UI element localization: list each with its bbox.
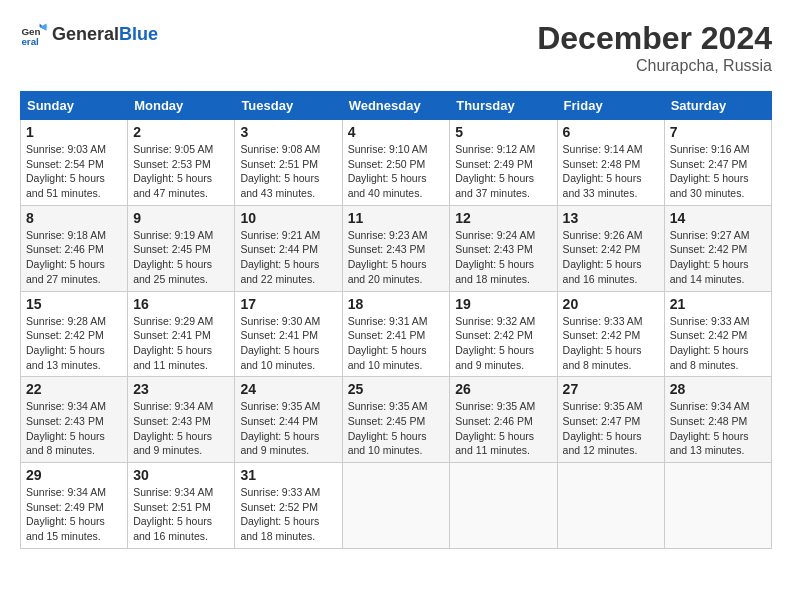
- day-info: Sunrise: 9:28 AM Sunset: 2:42 PM Dayligh…: [26, 314, 122, 373]
- calendar-row: 8Sunrise: 9:18 AM Sunset: 2:46 PM Daylig…: [21, 205, 772, 291]
- table-row: 6Sunrise: 9:14 AM Sunset: 2:48 PM Daylig…: [557, 120, 664, 206]
- day-number: 24: [240, 381, 336, 397]
- day-info: Sunrise: 9:33 AM Sunset: 2:42 PM Dayligh…: [563, 314, 659, 373]
- table-row: 28Sunrise: 9:34 AM Sunset: 2:48 PM Dayli…: [664, 377, 771, 463]
- table-row: 15Sunrise: 9:28 AM Sunset: 2:42 PM Dayli…: [21, 291, 128, 377]
- table-row: 22Sunrise: 9:34 AM Sunset: 2:43 PM Dayli…: [21, 377, 128, 463]
- table-row: 4Sunrise: 9:10 AM Sunset: 2:50 PM Daylig…: [342, 120, 450, 206]
- day-number: 2: [133, 124, 229, 140]
- day-info: Sunrise: 9:35 AM Sunset: 2:47 PM Dayligh…: [563, 399, 659, 458]
- table-row: 21Sunrise: 9:33 AM Sunset: 2:42 PM Dayli…: [664, 291, 771, 377]
- day-info: Sunrise: 9:10 AM Sunset: 2:50 PM Dayligh…: [348, 142, 445, 201]
- table-row: 24Sunrise: 9:35 AM Sunset: 2:44 PM Dayli…: [235, 377, 342, 463]
- day-number: 14: [670, 210, 766, 226]
- col-friday: Friday: [557, 92, 664, 120]
- day-number: 30: [133, 467, 229, 483]
- day-number: 18: [348, 296, 445, 312]
- day-number: 6: [563, 124, 659, 140]
- table-row: 25Sunrise: 9:35 AM Sunset: 2:45 PM Dayli…: [342, 377, 450, 463]
- table-row: 11Sunrise: 9:23 AM Sunset: 2:43 PM Dayli…: [342, 205, 450, 291]
- day-info: Sunrise: 9:33 AM Sunset: 2:52 PM Dayligh…: [240, 485, 336, 544]
- table-row: 17Sunrise: 9:30 AM Sunset: 2:41 PM Dayli…: [235, 291, 342, 377]
- day-info: Sunrise: 9:23 AM Sunset: 2:43 PM Dayligh…: [348, 228, 445, 287]
- calendar-row: 22Sunrise: 9:34 AM Sunset: 2:43 PM Dayli…: [21, 377, 772, 463]
- day-number: 17: [240, 296, 336, 312]
- day-info: Sunrise: 9:14 AM Sunset: 2:48 PM Dayligh…: [563, 142, 659, 201]
- day-number: 19: [455, 296, 551, 312]
- table-row: 7Sunrise: 9:16 AM Sunset: 2:47 PM Daylig…: [664, 120, 771, 206]
- table-row: 27Sunrise: 9:35 AM Sunset: 2:47 PM Dayli…: [557, 377, 664, 463]
- day-info: Sunrise: 9:24 AM Sunset: 2:43 PM Dayligh…: [455, 228, 551, 287]
- table-row: [557, 463, 664, 549]
- day-info: Sunrise: 9:34 AM Sunset: 2:43 PM Dayligh…: [26, 399, 122, 458]
- location-title: Churapcha, Russia: [537, 57, 772, 75]
- day-number: 8: [26, 210, 122, 226]
- day-info: Sunrise: 9:33 AM Sunset: 2:42 PM Dayligh…: [670, 314, 766, 373]
- table-row: 19Sunrise: 9:32 AM Sunset: 2:42 PM Dayli…: [450, 291, 557, 377]
- title-block: December 2024 Churapcha, Russia: [537, 20, 772, 75]
- day-number: 9: [133, 210, 229, 226]
- table-row: 20Sunrise: 9:33 AM Sunset: 2:42 PM Dayli…: [557, 291, 664, 377]
- day-info: Sunrise: 9:31 AM Sunset: 2:41 PM Dayligh…: [348, 314, 445, 373]
- calendar-row: 15Sunrise: 9:28 AM Sunset: 2:42 PM Dayli…: [21, 291, 772, 377]
- day-number: 5: [455, 124, 551, 140]
- logo-icon: Gen eral: [20, 20, 48, 48]
- table-row: 14Sunrise: 9:27 AM Sunset: 2:42 PM Dayli…: [664, 205, 771, 291]
- day-info: Sunrise: 9:27 AM Sunset: 2:42 PM Dayligh…: [670, 228, 766, 287]
- day-info: Sunrise: 9:34 AM Sunset: 2:43 PM Dayligh…: [133, 399, 229, 458]
- day-number: 16: [133, 296, 229, 312]
- day-info: Sunrise: 9:08 AM Sunset: 2:51 PM Dayligh…: [240, 142, 336, 201]
- day-info: Sunrise: 9:29 AM Sunset: 2:41 PM Dayligh…: [133, 314, 229, 373]
- table-row: 5Sunrise: 9:12 AM Sunset: 2:49 PM Daylig…: [450, 120, 557, 206]
- table-row: 2Sunrise: 9:05 AM Sunset: 2:53 PM Daylig…: [128, 120, 235, 206]
- table-row: [664, 463, 771, 549]
- table-row: [342, 463, 450, 549]
- day-info: Sunrise: 9:35 AM Sunset: 2:44 PM Dayligh…: [240, 399, 336, 458]
- calendar-table: Sunday Monday Tuesday Wednesday Thursday…: [20, 91, 772, 549]
- day-number: 31: [240, 467, 336, 483]
- col-sunday: Sunday: [21, 92, 128, 120]
- table-row: 12Sunrise: 9:24 AM Sunset: 2:43 PM Dayli…: [450, 205, 557, 291]
- table-row: [450, 463, 557, 549]
- table-row: 26Sunrise: 9:35 AM Sunset: 2:46 PM Dayli…: [450, 377, 557, 463]
- table-row: 8Sunrise: 9:18 AM Sunset: 2:46 PM Daylig…: [21, 205, 128, 291]
- table-row: 30Sunrise: 9:34 AM Sunset: 2:51 PM Dayli…: [128, 463, 235, 549]
- day-info: Sunrise: 9:12 AM Sunset: 2:49 PM Dayligh…: [455, 142, 551, 201]
- day-info: Sunrise: 9:35 AM Sunset: 2:45 PM Dayligh…: [348, 399, 445, 458]
- day-info: Sunrise: 9:05 AM Sunset: 2:53 PM Dayligh…: [133, 142, 229, 201]
- calendar-row: 29Sunrise: 9:34 AM Sunset: 2:49 PM Dayli…: [21, 463, 772, 549]
- page-header: Gen eral GeneralBlue December 2024 Chura…: [20, 20, 772, 75]
- col-thursday: Thursday: [450, 92, 557, 120]
- table-row: 23Sunrise: 9:34 AM Sunset: 2:43 PM Dayli…: [128, 377, 235, 463]
- table-row: 3Sunrise: 9:08 AM Sunset: 2:51 PM Daylig…: [235, 120, 342, 206]
- day-number: 29: [26, 467, 122, 483]
- table-row: 1Sunrise: 9:03 AM Sunset: 2:54 PM Daylig…: [21, 120, 128, 206]
- logo-general: General: [52, 24, 119, 44]
- day-info: Sunrise: 9:34 AM Sunset: 2:48 PM Dayligh…: [670, 399, 766, 458]
- day-number: 27: [563, 381, 659, 397]
- day-number: 10: [240, 210, 336, 226]
- month-title: December 2024: [537, 20, 772, 57]
- day-info: Sunrise: 9:34 AM Sunset: 2:49 PM Dayligh…: [26, 485, 122, 544]
- day-number: 23: [133, 381, 229, 397]
- table-row: 13Sunrise: 9:26 AM Sunset: 2:42 PM Dayli…: [557, 205, 664, 291]
- col-monday: Monday: [128, 92, 235, 120]
- table-row: 31Sunrise: 9:33 AM Sunset: 2:52 PM Dayli…: [235, 463, 342, 549]
- day-number: 3: [240, 124, 336, 140]
- svg-text:eral: eral: [21, 36, 39, 47]
- table-row: 18Sunrise: 9:31 AM Sunset: 2:41 PM Dayli…: [342, 291, 450, 377]
- logo-blue: Blue: [119, 24, 158, 44]
- day-info: Sunrise: 9:16 AM Sunset: 2:47 PM Dayligh…: [670, 142, 766, 201]
- day-info: Sunrise: 9:30 AM Sunset: 2:41 PM Dayligh…: [240, 314, 336, 373]
- day-number: 4: [348, 124, 445, 140]
- table-row: 10Sunrise: 9:21 AM Sunset: 2:44 PM Dayli…: [235, 205, 342, 291]
- table-row: 29Sunrise: 9:34 AM Sunset: 2:49 PM Dayli…: [21, 463, 128, 549]
- day-number: 13: [563, 210, 659, 226]
- day-number: 12: [455, 210, 551, 226]
- day-number: 28: [670, 381, 766, 397]
- day-number: 11: [348, 210, 445, 226]
- calendar-header-row: Sunday Monday Tuesday Wednesday Thursday…: [21, 92, 772, 120]
- day-number: 26: [455, 381, 551, 397]
- day-number: 25: [348, 381, 445, 397]
- day-info: Sunrise: 9:19 AM Sunset: 2:45 PM Dayligh…: [133, 228, 229, 287]
